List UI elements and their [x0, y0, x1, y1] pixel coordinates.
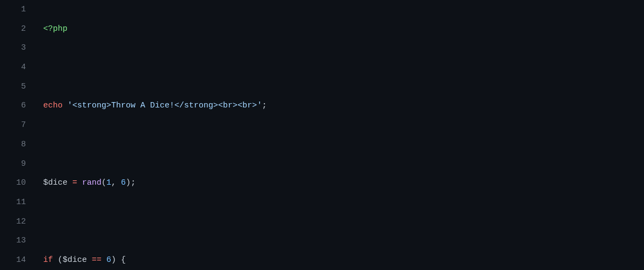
- keyword-if: if: [43, 255, 53, 265]
- line-number: 4: [0, 58, 26, 77]
- number: 6: [106, 255, 111, 265]
- brace: ) {: [111, 255, 126, 265]
- code-line: [43, 212, 644, 232]
- code-editor: 1 2 3 4 5 6 7 8 9 10 11 12 13 14 <?php e…: [0, 0, 644, 270]
- line-number: 11: [0, 193, 26, 212]
- line-number: 9: [0, 154, 26, 174]
- code-line: $dice = rand(1, 6);: [43, 173, 644, 193]
- line-number: 8: [0, 135, 26, 154]
- variable: $dice: [43, 178, 67, 187]
- code-line: [43, 135, 644, 154]
- line-number: 3: [0, 38, 26, 58]
- semicolon: ;: [131, 178, 135, 187]
- line-number: 7: [0, 116, 26, 135]
- code-content[interactable]: <?php echo '<strong>Throw A Dice!</stron…: [37, 0, 644, 270]
- line-number: 13: [0, 231, 26, 251]
- code-line: echo '<strong>Throw A Dice!</strong><br>…: [43, 96, 644, 116]
- comma: ,: [111, 178, 121, 187]
- line-number: 10: [0, 173, 26, 193]
- line-number: 14: [0, 251, 26, 270]
- line-number: 2: [0, 19, 26, 39]
- paren: ): [126, 178, 131, 187]
- string: '<strong>Throw A Dice!</strong><br><br>': [67, 101, 262, 110]
- paren: (: [53, 255, 63, 265]
- line-number: 6: [0, 96, 26, 116]
- code-line: <?php: [43, 19, 644, 39]
- operator: =: [67, 178, 82, 187]
- function-call: rand: [82, 178, 101, 187]
- number: 6: [121, 178, 126, 187]
- paren: (: [101, 178, 106, 187]
- keyword-echo: echo: [43, 101, 63, 110]
- line-number: 5: [0, 77, 26, 97]
- variable: $dice: [63, 255, 87, 265]
- code-line: if ($dice == 6) {: [43, 251, 644, 270]
- number: 1: [106, 178, 111, 187]
- line-number: 1: [0, 0, 26, 19]
- php-open-tag: <?php: [43, 24, 67, 33]
- code-line: [43, 58, 644, 77]
- operator: ==: [87, 255, 106, 265]
- line-number-gutter: 1 2 3 4 5 6 7 8 9 10 11 12 13 14: [0, 0, 37, 270]
- line-number: 12: [0, 212, 26, 232]
- semicolon: ;: [262, 101, 267, 110]
